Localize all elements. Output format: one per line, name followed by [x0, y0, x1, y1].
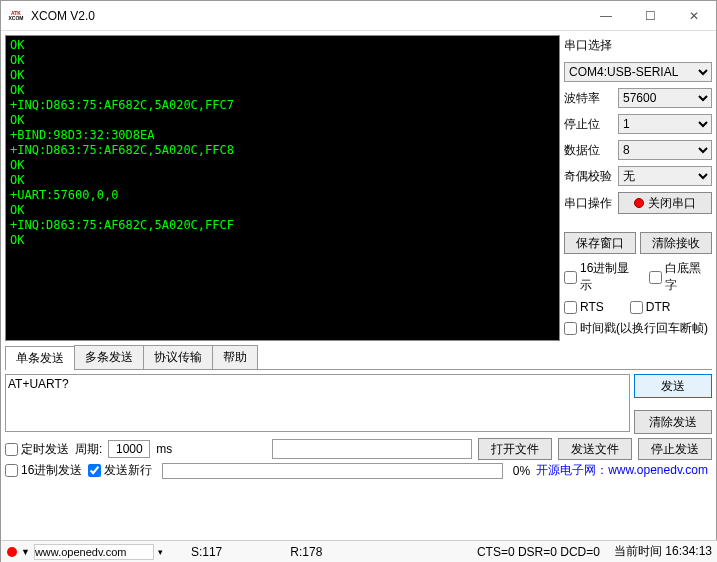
sent-count: S:117: [191, 545, 222, 559]
data-label: 数据位: [564, 142, 612, 159]
data-select[interactable]: 8: [618, 140, 712, 160]
send-newline-checkbox[interactable]: 发送新行: [88, 462, 152, 479]
port-select[interactable]: COM4:USB-SERIAL: [564, 62, 712, 82]
hex-display-checkbox[interactable]: 16进制显示: [564, 260, 641, 294]
send-tabs: 单条发送 多条发送 协议传输 帮助: [5, 345, 712, 370]
stop-select[interactable]: 1: [618, 114, 712, 134]
ms-label: ms: [156, 442, 172, 456]
op-label: 串口操作: [564, 195, 612, 212]
period-label: 周期:: [75, 441, 102, 458]
send-input[interactable]: AT+UART?: [5, 374, 630, 432]
tab-protocol[interactable]: 协议传输: [143, 345, 213, 369]
tab-help[interactable]: 帮助: [212, 345, 258, 369]
clear-recv-button[interactable]: 清除接收: [640, 232, 712, 254]
recv-count: R:178: [290, 545, 322, 559]
tab-single-send[interactable]: 单条发送: [5, 346, 75, 370]
clear-send-button[interactable]: 清除发送: [634, 410, 712, 434]
tab-multi-send[interactable]: 多条发送: [74, 345, 144, 369]
baud-label: 波特率: [564, 90, 612, 107]
titlebar: ATKXCOM XCOM V2.0 — ☐ ✕: [1, 1, 716, 31]
terminal-output[interactable]: OK OK OK OK +INQ:D863:75:AF682C,5A020C,F…: [5, 35, 560, 341]
dtr-checkbox[interactable]: DTR: [630, 300, 671, 314]
progress-percent: 0%: [513, 464, 530, 478]
send-button[interactable]: 发送: [634, 374, 712, 398]
rts-checkbox[interactable]: RTS: [564, 300, 604, 314]
close-port-button[interactable]: 关闭串口: [618, 192, 712, 214]
signal-status: CTS=0 DSR=0 DCD=0: [477, 545, 600, 559]
hex-send-checkbox[interactable]: 16进制发送: [5, 462, 82, 479]
app-logo: ATKXCOM: [7, 7, 25, 25]
stop-label: 停止位: [564, 116, 612, 133]
save-window-button[interactable]: 保存窗口: [564, 232, 636, 254]
status-bar: ▼ ▾ S:117 R:178 CTS=0 DSR=0 DCD=0 当前时间 1…: [1, 540, 717, 562]
period-input[interactable]: [108, 440, 150, 458]
maximize-button[interactable]: ☐: [628, 1, 672, 31]
record-icon: [634, 198, 644, 208]
white-bg-checkbox[interactable]: 白底黑字: [649, 260, 712, 294]
timestamp-checkbox[interactable]: 时间戳(以换行回车断帧): [564, 320, 708, 337]
openedv-link[interactable]: 开源电子网：www.openedv.com: [536, 462, 708, 479]
stop-send-button[interactable]: 停止发送: [638, 438, 712, 460]
file-path-input[interactable]: [272, 439, 472, 459]
status-dropdown-icon[interactable]: ▼: [21, 547, 30, 557]
progress-bar: [162, 463, 502, 479]
timed-send-checkbox[interactable]: 定时发送: [5, 441, 69, 458]
current-time: 当前时间 16:34:13: [614, 543, 712, 560]
open-file-button[interactable]: 打开文件: [478, 438, 552, 460]
baud-select[interactable]: 57600: [618, 88, 712, 108]
minimize-button[interactable]: —: [584, 1, 628, 31]
serial-panel: 串口选择 COM4:USB-SERIAL 波特率 57600 停止位 1 数据位…: [564, 35, 712, 341]
parity-label: 奇偶校验: [564, 168, 612, 185]
send-file-button[interactable]: 发送文件: [558, 438, 632, 460]
parity-select[interactable]: 无: [618, 166, 712, 186]
status-url-dropdown-icon[interactable]: ▾: [158, 547, 163, 557]
serial-select-label: 串口选择: [564, 37, 712, 54]
status-url[interactable]: [34, 544, 154, 560]
window-title: XCOM V2.0: [31, 9, 584, 23]
status-record-icon: [7, 547, 17, 557]
close-button[interactable]: ✕: [672, 1, 716, 31]
